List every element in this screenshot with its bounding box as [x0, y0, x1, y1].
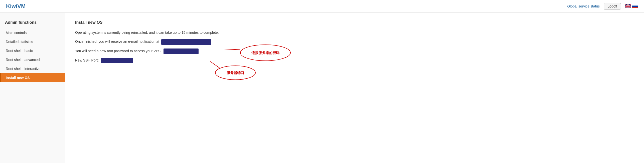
global-status-link[interactable]: Global service status — [567, 4, 600, 8]
page-title: Install new OS — [75, 20, 634, 25]
content-wrapper: Install new OS Operating system is curre… — [75, 20, 634, 63]
info-line-4: New SSH Port: — [75, 58, 634, 63]
language-flags — [625, 4, 638, 8]
port-value-field — [101, 58, 133, 63]
email-value-field — [161, 39, 211, 45]
svg-rect-3 — [632, 7, 638, 8]
layout: Admin functions Main controls Detailed s… — [0, 13, 644, 163]
svg-rect-1 — [632, 4, 638, 6]
password-value-field — [164, 48, 199, 54]
main-content: Install new OS Operating system is curre… — [65, 13, 644, 163]
sidebar-item-root-shell-interactive[interactable]: Root shell - interactive — [0, 64, 65, 73]
info-line-2: Once finished, you will receive an e-mai… — [75, 39, 634, 44]
svg-rect-2 — [632, 6, 638, 7]
logo[interactable]: KiwiVM — [6, 3, 26, 10]
logoff-button[interactable]: Logoff — [604, 3, 621, 10]
sidebar-item-main-controls[interactable]: Main controls — [0, 28, 65, 37]
svg-point-6 — [215, 66, 255, 80]
sidebar-item-detailed-statistics[interactable]: Detailed statistics — [0, 37, 65, 46]
sidebar-section-title: Admin functions — [0, 18, 65, 28]
sidebar: Admin functions Main controls Detailed s… — [0, 13, 65, 163]
info-line-1: Operating system is currently being rein… — [75, 30, 634, 35]
annotation2-text: 服务器端口 — [226, 71, 244, 75]
info-line-3: You will need a new root password to acc… — [75, 48, 634, 54]
header: KiwiVM Global service status Logoff — [0, 0, 644, 13]
sidebar-item-root-shell-advanced[interactable]: Root shell - advanced — [0, 55, 65, 64]
header-right: Global service status Logoff — [567, 3, 638, 10]
ru-flag-icon[interactable] — [632, 4, 638, 8]
sidebar-item-root-shell-basic[interactable]: Root shell - basic — [0, 46, 65, 55]
uk-flag-icon[interactable] — [625, 4, 631, 8]
sidebar-item-install-new-os[interactable]: Install new OS — [0, 73, 65, 82]
